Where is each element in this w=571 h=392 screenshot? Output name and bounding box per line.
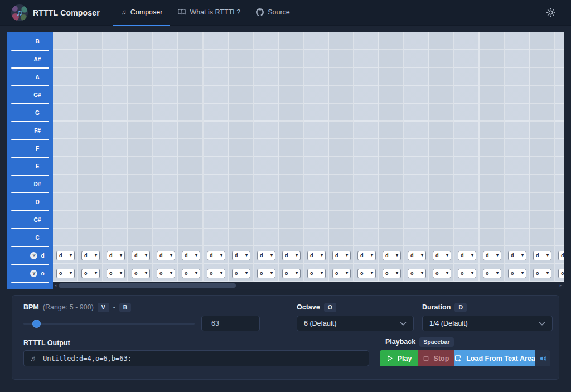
step-octave-select[interactable]: o▾	[182, 269, 200, 278]
step-duration-select[interactable]: d▾	[458, 251, 476, 260]
tab-what-is-rtttl[interactable]: What is RTTTL?	[170, 0, 248, 26]
step-octave-select[interactable]: o▾	[458, 269, 476, 278]
step-duration-select[interactable]: d▾	[132, 251, 150, 260]
step-duration-cell: d▾	[128, 246, 153, 264]
scroll-left-icon[interactable]: ◂	[53, 282, 58, 289]
rtttl-output-input[interactable]	[43, 355, 362, 362]
octave-select[interactable]: 6 (Default)	[297, 316, 414, 331]
step-duration-select[interactable]: d▾	[257, 251, 275, 260]
step-octave-value: o	[109, 270, 113, 276]
step-octave-select[interactable]: o▾	[558, 269, 564, 278]
step-octave-select[interactable]: o▾	[282, 269, 301, 278]
note-row-cs[interactable]: C#	[7, 211, 53, 229]
bpm-value-input[interactable]	[201, 316, 260, 331]
octave-row-label: o	[41, 270, 44, 277]
note-row-d[interactable]: D	[7, 193, 53, 211]
step-octave-select[interactable]: o▾	[157, 269, 175, 278]
step-octave-select[interactable]: o▾	[307, 269, 326, 278]
tab-composer[interactable]: ♫ Composer	[113, 0, 170, 26]
play-button[interactable]: Play	[380, 350, 418, 366]
scrollbar-thumb[interactable]	[59, 283, 236, 288]
chevron-down-icon: ▾	[496, 253, 499, 258]
note-row-f[interactable]: F	[7, 139, 53, 157]
step-duration-select[interactable]: d▾	[232, 251, 250, 260]
step-duration-select[interactable]: d▾	[157, 251, 175, 260]
volume-button[interactable]	[535, 350, 550, 366]
step-duration-select[interactable]: d▾	[533, 251, 551, 260]
note-label: C#	[34, 217, 41, 223]
step-octave-select[interactable]: o▾	[81, 269, 100, 278]
stop-button[interactable]: Stop	[418, 350, 454, 366]
step-octave-cell: o▾	[555, 264, 564, 282]
step-duration-select[interactable]: d▾	[357, 251, 376, 260]
load-from-text-area-button[interactable]: Load From Text Area	[454, 350, 535, 366]
step-duration-select[interactable]: d▾	[56, 251, 75, 260]
step-duration-select[interactable]: d▾	[483, 251, 501, 260]
chevron-down-icon: ▾	[120, 253, 122, 258]
chevron-down-icon: ▾	[95, 253, 97, 258]
step-octave-select[interactable]: o▾	[232, 269, 250, 278]
note-row-b[interactable]: B	[7, 32, 53, 50]
note-row-g[interactable]: G	[7, 104, 53, 122]
step-duration-select[interactable]: d▾	[107, 251, 125, 260]
step-octave-select[interactable]: o▾	[433, 269, 451, 278]
step-octave-select[interactable]: o▾	[132, 269, 150, 278]
horizontal-scrollbar[interactable]: ◂ ▸	[53, 282, 564, 289]
step-duration-value: d	[235, 253, 238, 258]
chevron-down-icon: ▾	[521, 271, 524, 275]
step-octave-select[interactable]: o▾	[56, 269, 75, 278]
step-duration-cell: d▾	[454, 246, 480, 264]
step-duration-cell: d▾	[404, 246, 429, 264]
note-row-e[interactable]: E	[7, 157, 53, 175]
step-duration-select[interactable]: d▾	[408, 251, 426, 260]
step-octave-value: o	[335, 270, 338, 276]
step-octave-select[interactable]: o▾	[357, 269, 376, 278]
rtttl-output-field[interactable]: ♬	[23, 350, 369, 366]
step-duration-select[interactable]: d▾	[433, 251, 451, 260]
step-octave-select[interactable]: o▾	[508, 269, 526, 278]
note-row-ds[interactable]: D#	[7, 175, 53, 193]
bpm-slider-thumb[interactable]	[32, 320, 41, 328]
step-duration-select[interactable]: d▾	[383, 251, 401, 260]
note-row-gs[interactable]: G#	[7, 86, 53, 104]
help-icon[interactable]: ?	[30, 252, 37, 259]
step-duration-select[interactable]: d▾	[282, 251, 301, 260]
octave-help-row[interactable]: ? o	[7, 264, 53, 282]
chevron-down-icon: ▾	[396, 253, 398, 258]
step-octave-cell: o▾	[254, 264, 279, 282]
theme-toggle-sun-icon[interactable]	[544, 7, 557, 19]
step-octave-select[interactable]: o▾	[383, 269, 401, 278]
step-octave-select[interactable]: o▾	[483, 269, 501, 278]
note-row-as[interactable]: A#	[7, 50, 53, 68]
duration-select[interactable]: 1/4 (Default)	[422, 316, 553, 331]
note-row-a[interactable]: A	[7, 68, 53, 86]
step-duration-select[interactable]: d▾	[558, 251, 564, 260]
chevron-down-icon	[400, 321, 407, 326]
bpm-slider[interactable]	[23, 316, 195, 331]
step-duration-select[interactable]: d▾	[508, 251, 526, 260]
sequencer-grid[interactable]: d▾d▾d▾d▾d▾d▾d▾d▾d▾d▾d▾d▾d▾d▾d▾d▾d▾d▾d▾d▾…	[53, 32, 564, 282]
step-duration-select[interactable]: d▾	[81, 251, 100, 260]
duration-help-row[interactable]: ? d	[7, 246, 53, 264]
duration-row-label: d	[41, 253, 44, 259]
help-icon[interactable]: ?	[30, 270, 37, 277]
note-label: E	[36, 163, 40, 170]
step-octave-select[interactable]: o▾	[533, 269, 551, 278]
tab-source[interactable]: Source	[248, 0, 298, 26]
bpm-slider-track[interactable]	[23, 323, 195, 325]
step-octave-select[interactable]: o▾	[107, 269, 125, 278]
note-row-fs[interactable]: F#	[7, 122, 53, 139]
step-duration-select[interactable]: d▾	[182, 251, 200, 260]
controls-panel: BPM (Range: 5 - 900) V - B Octave O 6 (D…	[12, 295, 559, 380]
step-octave-select[interactable]: o▾	[408, 269, 426, 278]
step-duration-select[interactable]: d▾	[307, 251, 326, 260]
note-row-c[interactable]: C	[7, 229, 53, 246]
step-duration-select[interactable]: d▾	[332, 251, 351, 260]
step-duration-value: d	[536, 253, 539, 258]
step-octave-cell: o▾	[204, 264, 229, 282]
step-octave-select[interactable]: o▾	[257, 269, 275, 278]
step-octave-select[interactable]: o▾	[332, 269, 351, 278]
scroll-right-icon[interactable]: ▸	[558, 282, 563, 289]
step-duration-select[interactable]: d▾	[207, 251, 225, 260]
step-octave-select[interactable]: o▾	[207, 269, 225, 278]
